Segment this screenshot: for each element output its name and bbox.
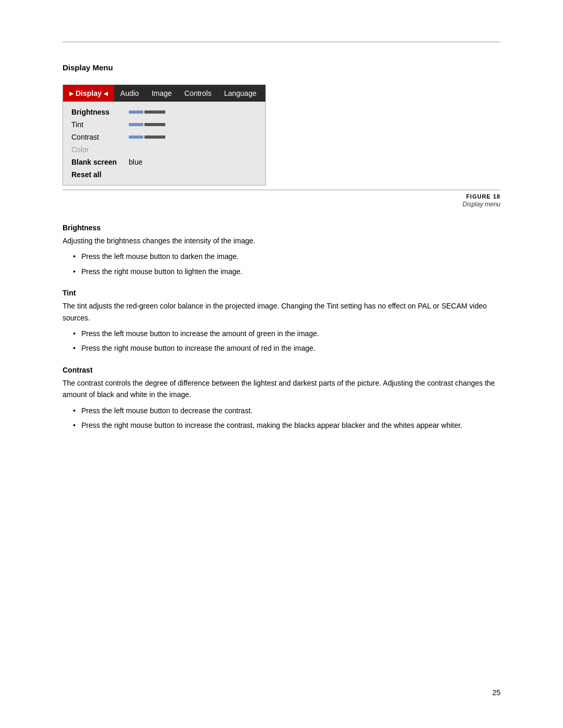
tint-section: Tint The tint adjusts the red-green colo…: [63, 289, 500, 354]
top-rule: [63, 42, 500, 42]
page-number: 25: [492, 688, 500, 697]
brightness-bullet-1: Press the left mouse button to darken th…: [73, 251, 500, 262]
menu-tab-audio[interactable]: Audio: [114, 85, 145, 102]
figure-caption: Display menu: [63, 201, 500, 208]
brightness-bullet-2: Press the right mouse button to lighten …: [73, 266, 500, 277]
menu-row-contrast[interactable]: Contrast: [63, 131, 265, 143]
slider-left: [129, 123, 143, 126]
menu-row-reset-all[interactable]: Reset all: [63, 168, 265, 181]
menu-row-brightness[interactable]: Brightness: [63, 106, 265, 118]
slider-right: [144, 135, 165, 139]
tint-label: Tint: [71, 120, 129, 129]
page-container: Display Menu Display Audio Image Control…: [0, 0, 563, 484]
tint-slider[interactable]: [129, 123, 165, 126]
menu-row-blank-screen[interactable]: Blank screen blue: [63, 156, 265, 168]
menu-topbar: Display Audio Image Controls Language St…: [63, 85, 265, 102]
brightness-label: Brightness: [71, 108, 129, 116]
brightness-section: Brightness Adjusting the brightness chan…: [63, 224, 500, 277]
tint-heading: Tint: [63, 289, 500, 297]
tint-bullets: Press the left mouse button to increase …: [73, 328, 500, 354]
slider-right: [144, 110, 165, 114]
contrast-bullet-2: Press the right mouse button to increase…: [73, 419, 500, 431]
menu-tab-controls[interactable]: Controls: [178, 85, 218, 102]
reset-all-label: Reset all: [71, 170, 129, 179]
figure-area: Figure 18 Display menu: [63, 190, 500, 208]
tint-bullet-2: Press the right mouse button to increase…: [73, 342, 500, 354]
contrast-bullets: Press the left mouse button to decrease …: [73, 405, 500, 431]
tint-bullet-1: Press the left mouse button to increase …: [73, 328, 500, 339]
tint-para-1: The tint adjusts the red-green color bal…: [63, 300, 500, 324]
brightness-heading: Brightness: [63, 224, 500, 232]
contrast-slider[interactable]: [129, 135, 165, 139]
color-label: Color: [71, 145, 129, 154]
menu-tab-display[interactable]: Display: [63, 85, 114, 102]
brightness-bullets: Press the left mouse button to darken th…: [73, 251, 500, 277]
contrast-label: Contrast: [71, 133, 129, 141]
contrast-para-1: The contrast controls the degree of diff…: [63, 377, 500, 401]
blank-screen-value: blue: [129, 158, 142, 166]
menu-tab-image[interactable]: Image: [145, 85, 178, 102]
figure-label: Figure 18: [63, 193, 500, 200]
menu-row-tint[interactable]: Tint: [63, 118, 265, 131]
menu-body: Brightness Tint Contrast: [63, 102, 265, 185]
menu-row-color: Color: [63, 143, 265, 156]
menu-tab-status[interactable]: Status: [263, 85, 296, 102]
menu-tab-language[interactable]: Language: [218, 85, 263, 102]
section-title: Display Menu: [63, 63, 500, 72]
slider-right: [144, 123, 165, 126]
menu-screenshot: Display Audio Image Controls Language St…: [63, 84, 266, 186]
contrast-bullet-1: Press the left mouse button to decrease …: [73, 405, 500, 416]
brightness-slider[interactable]: [129, 110, 165, 114]
brightness-para-1: Adjusting the brightness changes the int…: [63, 235, 500, 246]
blank-screen-label: Blank screen: [71, 158, 129, 166]
slider-left: [129, 110, 143, 114]
contrast-section: Contrast The contrast controls the degre…: [63, 366, 500, 431]
contrast-heading: Contrast: [63, 366, 500, 374]
slider-left: [129, 135, 143, 139]
